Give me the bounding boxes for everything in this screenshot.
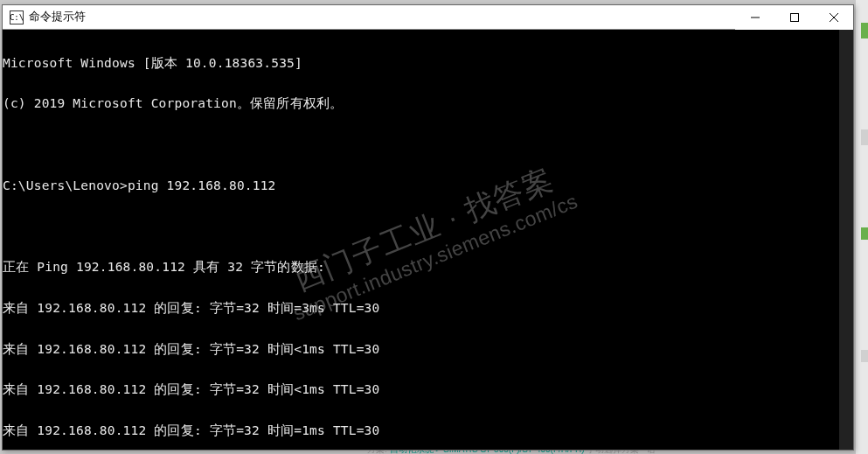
titlebar[interactable]: C:\ 命令提示符 — [3, 5, 853, 30]
output-line: 正在 Ping 192.168.80.112 具有 32 字节的数据: — [3, 261, 853, 275]
output-line: 来自 192.168.80.112 的回复: 字节=32 时间<1ms TTL=… — [3, 343, 853, 357]
close-icon — [830, 13, 838, 22]
terminal-scrollbar[interactable] — [839, 30, 853, 450]
background-accent — [861, 129, 868, 145]
output-line: 来自 192.168.80.112 的回复: 字节=32 时间=1ms TTL=… — [3, 424, 853, 438]
output-line: (c) 2019 Microsoft Corporation。保留所有权利。 — [3, 97, 853, 111]
background-accent — [861, 227, 868, 240]
maximize-button[interactable] — [774, 5, 814, 30]
output-line: 来自 192.168.80.112 的回复: 字节=32 时间=3ms TTL=… — [3, 302, 853, 316]
minimize-icon — [751, 13, 760, 22]
minimize-button[interactable] — [735, 5, 774, 30]
close-button[interactable] — [814, 5, 853, 30]
maximize-icon — [790, 13, 799, 22]
background-accent — [861, 23, 868, 38]
output-line: 来自 192.168.80.112 的回复: 字节=32 时间<1ms TTL=… — [3, 383, 853, 397]
output-line: Microsoft Windows [版本 10.0.18363.535] — [3, 57, 853, 71]
command-prompt-window: C:\ 命令提示符 Microsoft Windows [版本 10.0.183… — [2, 4, 854, 451]
output-line — [3, 138, 853, 152]
window-controls — [735, 5, 853, 30]
svg-rect-1 — [790, 13, 798, 21]
background-accent — [861, 350, 868, 362]
terminal-content: Microsoft Windows [版本 10.0.18363.535] (c… — [3, 30, 853, 450]
output-line: C:\Users\Lenovo>ping 192.168.80.112 — [3, 179, 853, 193]
window-title: 命令提示符 — [29, 10, 735, 24]
terminal-area[interactable]: Microsoft Windows [版本 10.0.18363.535] (c… — [3, 30, 853, 450]
output-line — [3, 220, 853, 234]
app-icon: C:\ — [10, 10, 24, 24]
